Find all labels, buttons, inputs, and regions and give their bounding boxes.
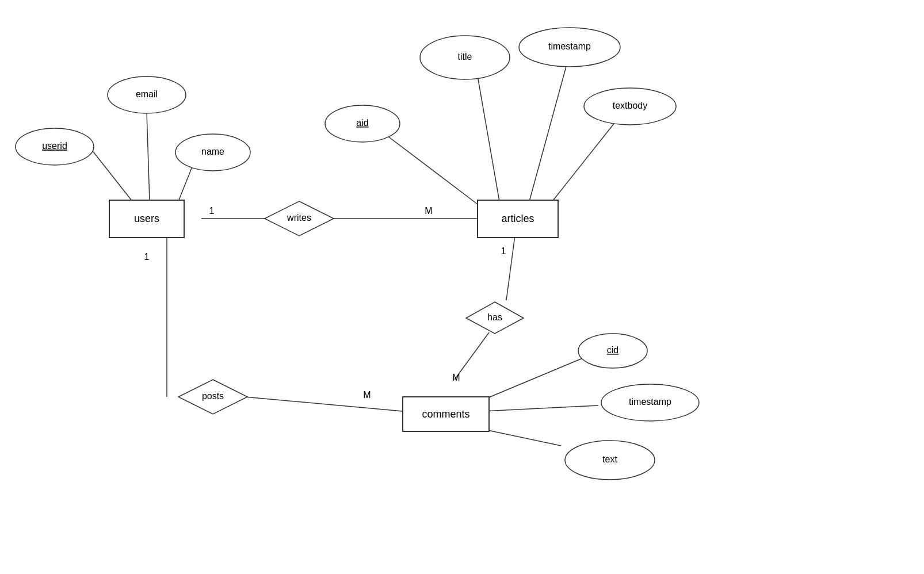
- name-label: name: [201, 147, 224, 156]
- users-label: users: [134, 213, 159, 224]
- userid-label: userid: [42, 141, 67, 151]
- aid-connector: [383, 132, 478, 204]
- email-connector: [147, 112, 150, 201]
- textbody-label: textbody: [613, 101, 647, 110]
- posts-comments-connector: [245, 397, 403, 411]
- cardinality-m-has-comments: M: [452, 373, 460, 382]
- articles-has-connector: [506, 236, 515, 300]
- cardinality-1-articles-has: 1: [501, 246, 506, 256]
- timestamp1-connector: [529, 64, 567, 201]
- comments-label: comments: [422, 408, 469, 420]
- timestamp1-label: timestamp: [548, 41, 591, 51]
- writes-label: writes: [287, 213, 311, 223]
- aid-label: aid: [356, 118, 368, 128]
- title-label: title: [458, 52, 472, 62]
- articles-label: articles: [501, 213, 534, 224]
- text-label: text: [602, 454, 617, 464]
- textbody-connector: [552, 118, 618, 201]
- cardinality-1-writes-users: 1: [209, 206, 215, 216]
- timestamp2-label: timestamp: [629, 397, 671, 407]
- cardinality-1-users-posts: 1: [144, 252, 150, 262]
- cid-connector: [483, 358, 582, 400]
- email-label: email: [136, 89, 158, 99]
- cardinality-m-posts-comments: M: [363, 390, 371, 400]
- er-diagram: 1 M 1 M 1 M userid email name aid title …: [0, 0, 924, 574]
- title-connector: [478, 76, 499, 201]
- cardinality-m-writes-articles: M: [425, 206, 432, 216]
- has-label: has: [487, 312, 502, 322]
- timestamp2-connector: [483, 405, 598, 411]
- posts-label: posts: [202, 391, 224, 401]
- cid-label: cid: [607, 345, 618, 355]
- userid-connector: [89, 147, 132, 201]
